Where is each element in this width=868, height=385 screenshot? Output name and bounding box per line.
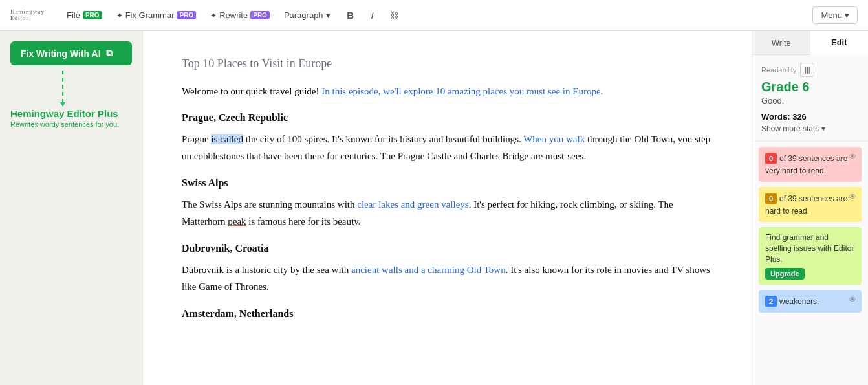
body-dubrovnik: Dubrovnik is a historic city by the sea … [182, 262, 713, 295]
good-label: Good. [761, 96, 859, 105]
dashed-arrow-icon [62, 71, 63, 103]
score-text-weakeners: weakeners. [779, 297, 819, 306]
score-num-weakeners: 2 [765, 296, 777, 307]
grade-value: Grade 6 [761, 80, 859, 94]
score-card-hard: 0 of 39 sentences are hard to read. 👁 [759, 187, 862, 222]
edit-tab[interactable]: Edit [810, 31, 869, 55]
link-prague-walk[interactable]: When you walk [523, 134, 585, 144]
heading-amsterdam: Amsterdam, Netherlands [182, 308, 713, 320]
link-swiss-mountains[interactable]: clear lakes and green valleys [357, 199, 468, 210]
arrow-area [10, 65, 132, 103]
header-nav: File PRO ✦ Fix Grammar PRO ✦ Rewrite PRO… [60, 6, 807, 25]
eye-icon-very-hard[interactable]: 👁 [849, 152, 856, 162]
intro-paragraph: Welcome to our quick travel guide! In th… [182, 83, 713, 99]
paragraph-button[interactable]: Paragraph ▾ [277, 7, 337, 23]
selected-word-prague: is called [211, 134, 243, 144]
heading-dubrovnik: Dubrovnik, Croatia [182, 243, 713, 254]
eye-icon-weakeners[interactable]: 👁 [849, 295, 856, 305]
score-card-grammar: Find grammar and spelling issues with Ed… [759, 227, 862, 284]
fix-grammar-button[interactable]: ✦ Fix Grammar PRO [110, 7, 203, 23]
stats-section: Readability ||| Grade 6 Good. Words: 326… [752, 55, 868, 142]
readability-label: Readability ||| [761, 63, 859, 77]
main-content: Top 10 Places to Visit in Europe Welcome… [142, 31, 752, 385]
show-more-chevron-icon: ▾ [821, 124, 825, 133]
eye-icon-hard[interactable]: 👁 [849, 192, 856, 202]
score-num-hard: 0 [765, 193, 777, 204]
fix-grammar-label: Fix Grammar [125, 10, 175, 20]
show-more-label: Show more stats [761, 124, 819, 133]
write-tab[interactable]: Write [752, 31, 810, 54]
score-text-very-hard: of 39 sentences are very hard to read. [765, 154, 847, 175]
file-button[interactable]: File PRO [60, 7, 109, 23]
score-num-very-hard: 0 [765, 153, 777, 164]
body-swiss-alps: The Swiss Alps are stunning mountains wi… [182, 197, 713, 230]
bold-label: B [347, 10, 354, 21]
format-buttons: B I ⛓ [341, 6, 404, 25]
intro-highlighted: In this episode, we'll explore 10 amazin… [321, 86, 603, 96]
words-count: Words: 326 [761, 112, 859, 122]
plus-label: Hemingway Editor Plus [10, 108, 132, 119]
fix-writing-label: Fix Writing With AI [21, 49, 101, 59]
menu-chevron-icon: ▾ [845, 10, 849, 20]
menu-label: Menu [821, 10, 842, 20]
logo-line2: Editor [10, 16, 45, 22]
sidebar-right: Write Edit Readability ||| Grade 6 Good.… [752, 31, 868, 385]
layout: Fix Writing With AI ⧉ Hemingway Editor P… [0, 31, 868, 385]
score-card-weakeners: 2 weakeners. 👁 [759, 290, 862, 313]
score-card-very-hard: 0 of 39 sentences are very hard to read.… [759, 147, 862, 182]
fix-grammar-pro-badge: PRO [177, 11, 196, 19]
paragraph-chevron-icon: ▾ [326, 10, 331, 20]
link-icon: ⛓ [390, 10, 398, 20]
fix-writing-button[interactable]: Fix Writing With AI ⧉ [10, 41, 132, 65]
logo: Hemingway Editor [10, 9, 45, 22]
heading-prague: Prague, Czech Republic [182, 112, 713, 124]
menu-button[interactable]: Menu ▾ [812, 6, 858, 24]
body-prague: Prague is called the city of 100 spires.… [182, 131, 713, 164]
file-pro-badge: PRO [83, 11, 102, 19]
external-link-icon: ⧉ [106, 48, 113, 59]
italic-button[interactable]: I [363, 6, 382, 25]
link-button[interactable]: ⛓ [385, 6, 404, 25]
score-text-hard: of 39 sentences are hard to read. [765, 194, 847, 215]
plus-sublabel: Rewrites wordy sentences for you. [10, 120, 132, 128]
fix-grammar-icon: ✦ [116, 11, 123, 20]
document-title: Top 10 Places to Visit in Europe [182, 57, 713, 71]
rewrite-label: Rewrite [219, 10, 248, 20]
heading-swiss-alps: Swiss Alps [182, 177, 713, 189]
readability-text: Readability [761, 66, 796, 74]
upgrade-button[interactable]: Upgrade [765, 268, 805, 280]
bars-icon: ||| [805, 66, 810, 74]
sidebar-left: Fix Writing With AI ⧉ Hemingway Editor P… [0, 31, 142, 385]
underlined-peak: peak [228, 216, 246, 226]
show-more-stats-button[interactable]: Show more stats ▾ [761, 124, 859, 133]
rewrite-icon: ✦ [210, 11, 217, 20]
write-edit-tabs: Write Edit [752, 31, 868, 55]
link-dubrovnik-walls[interactable]: ancient walls and a charming Old Town [351, 265, 506, 275]
italic-label: I [371, 10, 374, 21]
file-label: File [67, 10, 80, 20]
rewrite-button[interactable]: ✦ Rewrite PRO [204, 7, 276, 23]
bold-button[interactable]: B [341, 6, 360, 25]
paragraph-label: Paragraph [284, 10, 323, 20]
header: Hemingway Editor File PRO ✦ Fix Grammar … [0, 0, 868, 31]
score-text-grammar: Find grammar and spelling issues with Ed… [765, 232, 855, 265]
readability-icon[interactable]: ||| [800, 63, 814, 77]
rewrite-pro-badge: PRO [250, 11, 270, 19]
